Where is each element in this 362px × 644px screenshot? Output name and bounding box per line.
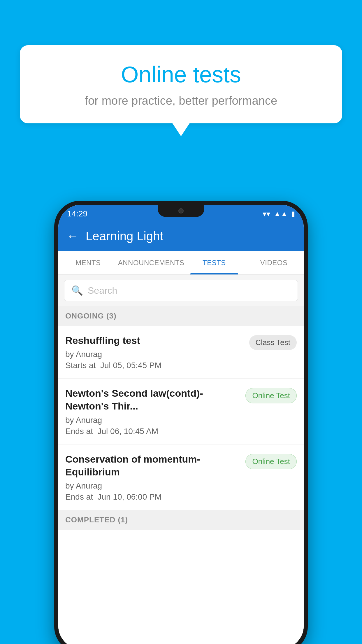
test-badge-2: Online Test — [245, 388, 297, 403]
back-button[interactable]: ← — [66, 229, 79, 243]
tab-announcements[interactable]: ANNOUNCEMENTS — [118, 251, 184, 274]
test-badge-1: Class Test — [249, 335, 297, 350]
speech-bubble: Online tests for more practice, better p… — [20, 45, 342, 123]
status-icons: ▾▾ ▲▲ ▮ — [263, 209, 295, 218]
search-input[interactable]: Search — [88, 285, 117, 296]
test-author-3: by Anurag — [65, 481, 241, 491]
phone-outer: 14:29 ▾▾ ▲▲ ▮ ← Learning Light MENTS ANN… — [54, 201, 308, 644]
phone-inner: 14:29 ▾▾ ▲▲ ▮ ← Learning Light MENTS ANN… — [58, 205, 304, 644]
ongoing-section-header: ONGOING (3) — [58, 306, 304, 326]
phone-notch — [158, 205, 204, 217]
battery-icon: ▮ — [291, 210, 295, 218]
bubble-subtitle: for more practice, better performance — [37, 94, 325, 107]
test-item-2[interactable]: Newton's Second law(contd)-Newton's Thir… — [58, 379, 304, 444]
app-title: Learning Light — [86, 229, 163, 243]
search-container: 🔍 Search — [58, 275, 304, 306]
test-date-1: Starts at Jul 05, 05:45 PM — [65, 361, 245, 370]
tab-tests[interactable]: TESTS — [184, 251, 244, 274]
test-date-3: Ends at Jun 10, 06:00 PM — [65, 492, 241, 502]
test-badge-3: Online Test — [245, 454, 297, 469]
tabs-container: MENTS ANNOUNCEMENTS TESTS VIDEOS — [58, 251, 304, 275]
bubble-title: Online tests — [37, 61, 325, 88]
speech-bubble-container: Online tests for more practice, better p… — [20, 45, 342, 123]
test-info-2: Newton's Second law(contd)-Newton's Thir… — [65, 387, 241, 436]
test-date-2: Ends at Jul 06, 10:45 AM — [65, 427, 241, 436]
test-info-3: Conservation of momentum-Equilibrium by … — [65, 453, 241, 502]
search-bar[interactable]: 🔍 Search — [64, 280, 298, 301]
test-item-1[interactable]: Reshuffling test by Anurag Starts at Jul… — [58, 326, 304, 379]
test-author-2: by Anurag — [65, 416, 241, 425]
test-info-1: Reshuffling test by Anurag Starts at Jul… — [65, 334, 245, 370]
test-name-2: Newton's Second law(contd)-Newton's Thir… — [65, 387, 241, 412]
signal-icon: ▲▲ — [274, 210, 288, 218]
camera-icon — [178, 208, 184, 214]
test-name-1: Reshuffling test — [65, 334, 245, 347]
app-bar: ← Learning Light — [58, 222, 304, 251]
test-item-3[interactable]: Conservation of momentum-Equilibrium by … — [58, 444, 304, 510]
test-name-3: Conservation of momentum-Equilibrium — [65, 453, 241, 478]
test-author-1: by Anurag — [65, 350, 245, 359]
completed-section-header: COMPLETED (1) — [58, 510, 304, 530]
tests-list: Reshuffling test by Anurag Starts at Jul… — [58, 326, 304, 510]
tab-ments[interactable]: MENTS — [58, 251, 118, 274]
wifi-icon: ▾▾ — [263, 209, 270, 218]
screen-content: 🔍 Search ONGOING (3) Reshuffling test by… — [58, 275, 304, 644]
phone-mockup: 14:29 ▾▾ ▲▲ ▮ ← Learning Light MENTS ANN… — [54, 201, 308, 644]
tab-videos[interactable]: VIDEOS — [244, 251, 304, 274]
search-icon: 🔍 — [71, 285, 83, 296]
